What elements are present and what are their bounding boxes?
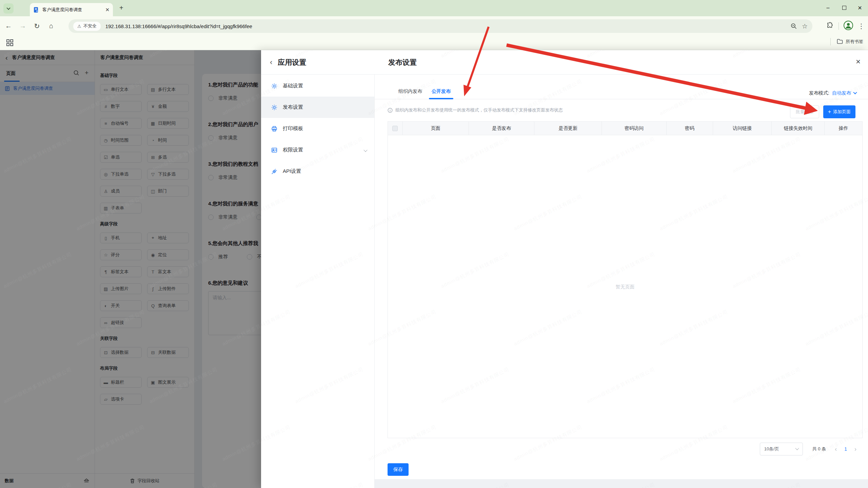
drawer-back-chevron-icon[interactable]: ‹ <box>270 58 272 67</box>
security-chip[interactable]: ⚠不安全 <box>73 22 101 31</box>
total-count: 共 0 条 <box>812 446 826 452</box>
address-bar[interactable]: ⚠不安全 192.168.31.138:16666/#/app/rir8sq9h… <box>68 19 812 33</box>
footer-strip <box>375 479 868 488</box>
current-page[interactable]: 1 <box>844 446 847 452</box>
table-header-链接失效时间: 链接失效时间 <box>772 122 825 135</box>
pagination: 10条/页 共 0 条 ‹ 1 › <box>760 443 856 455</box>
chevron-down-icon <box>853 90 857 94</box>
url-text: 192.168.31.138:16666/#/app/rir8sq9hlcba/… <box>105 23 786 29</box>
plus-icon: + <box>828 109 831 115</box>
table-header-密码: 密码 <box>667 122 713 135</box>
batch-delete-button[interactable]: 批量删除 <box>790 105 819 118</box>
chevron-down-icon <box>364 147 367 153</box>
toolbar-divider <box>839 22 839 30</box>
security-label: 不安全 <box>83 23 97 29</box>
bookmarks-bar <box>0 36 868 50</box>
empty-state-text: 暂无页面 <box>388 284 863 290</box>
app-settings-drawer: ‹ 应用设置 发布设置 × 基础设置发布设置打印模板权限设置API设置 组织内发… <box>261 50 868 488</box>
bookmarks-divider <box>830 38 831 45</box>
settings-menu-item-API设置[interactable]: API设置 <box>261 161 374 182</box>
api-icon <box>271 168 277 175</box>
tab-public-publish[interactable]: 公开发布 <box>432 88 451 95</box>
settings-menu-item-基础设置[interactable]: 基础设置 <box>261 75 374 97</box>
next-page-icon[interactable]: › <box>854 446 856 453</box>
settings-menu: 基础设置发布设置打印模板权限设置API设置 <box>261 75 375 488</box>
info-icon <box>388 108 393 113</box>
settings-menu-item-打印模板[interactable]: 打印模板 <box>261 118 374 139</box>
table-header-是否发布: 是否发布 <box>469 122 535 135</box>
gear-icon <box>271 83 277 89</box>
publish-settings-panel: 组织内发布 公开发布 发布模式: 自动发布 组织内发布和公开发布使用统一的发布模… <box>375 75 868 488</box>
publish-mode-select[interactable]: 发布模式: 自动发布 <box>809 90 856 96</box>
table-header-是否更新: 是否更新 <box>534 122 602 135</box>
window-minimize-button[interactable]: – <box>821 2 835 14</box>
tab-close-icon[interactable]: ✕ <box>105 7 110 13</box>
printer-icon <box>271 126 277 132</box>
table-header-操作: 操作 <box>825 122 862 135</box>
prev-page-icon[interactable]: ‹ <box>835 446 837 453</box>
zoom-out-icon[interactable] <box>790 23 797 29</box>
all-bookmarks-label[interactable]: 所有书签 <box>846 39 863 45</box>
permission-icon <box>271 147 277 153</box>
publish-mode-value: 自动发布 <box>832 90 851 96</box>
new-tab-button[interactable]: + <box>119 4 123 12</box>
settings-menu-item-发布设置[interactable]: 发布设置 <box>261 97 374 118</box>
add-page-button[interactable]: +添加页面 <box>823 105 855 118</box>
bookmark-star-icon[interactable]: ☆ <box>802 22 808 30</box>
profile-avatar[interactable] <box>844 21 853 32</box>
save-button[interactable]: 保存 <box>388 463 409 476</box>
reload-icon[interactable]: ↻ <box>31 20 43 32</box>
modal-dim-overlay <box>0 50 261 488</box>
active-publish-tab-underline <box>429 98 453 99</box>
browser-menu-icon[interactable]: ⋮ <box>858 22 865 30</box>
table-header-访问链接: 访问链接 <box>713 122 772 135</box>
gear-icon <box>271 104 277 110</box>
chevron-down-icon <box>6 6 10 10</box>
tab-org-publish[interactable]: 组织内发布 <box>398 88 422 95</box>
publish-mode-label: 发布模式: <box>809 90 829 96</box>
extensions-icon[interactable] <box>826 22 834 30</box>
table-header-页面: 页面 <box>403 122 469 135</box>
tab-title: 客户满意度问卷调查 <box>42 7 103 13</box>
tab-favicon <box>33 7 39 13</box>
close-icon[interactable]: × <box>856 58 861 66</box>
folder-icon <box>837 39 843 45</box>
window-close-button[interactable]: ✕ <box>852 2 867 14</box>
pages-table: 页面是否发布是否更新密码访问密码访问链接链接失效时间操作 <box>388 121 863 438</box>
select-all-checkbox[interactable] <box>388 122 403 135</box>
warning-icon: ⚠ <box>77 24 81 29</box>
table-header-密码访问: 密码访问 <box>602 122 667 135</box>
drawer-title: 应用设置 <box>278 58 306 67</box>
browser-tab-bar: 客户满意度问卷调查 ✕ + – ✕ <box>0 0 868 16</box>
publish-tabs: 组织内发布 公开发布 <box>375 75 868 99</box>
tab-search-button[interactable] <box>3 3 14 14</box>
publish-info-text: 组织内发布和公开发布使用统一的发布模式，仅手动发布模式下支持修改页面发布状态 <box>395 107 563 113</box>
screen: 客户满意度问卷调查 ✕ + – ✕ ← → ↻ ⌂ ⚠不安全 192.168.3… <box>0 0 868 488</box>
app-window: ‹ 客户满意度问卷调查 页面 + 客户满意度问卷调查 数据 客户满意度问 <box>0 50 868 488</box>
panel-title: 发布设置 <box>388 58 417 67</box>
apps-grid-icon[interactable] <box>6 39 14 48</box>
back-icon[interactable]: ← <box>3 20 14 32</box>
window-maximize-button[interactable] <box>837 2 852 14</box>
browser-tab[interactable]: 客户满意度问卷调查 ✕ <box>30 3 113 16</box>
settings-menu-item-权限设置[interactable]: 权限设置 <box>261 139 374 161</box>
forward-icon[interactable]: → <box>17 20 28 32</box>
chevron-down-icon <box>795 446 799 450</box>
page-size-select[interactable]: 10条/页 <box>760 443 803 455</box>
home-icon[interactable]: ⌂ <box>45 20 57 32</box>
